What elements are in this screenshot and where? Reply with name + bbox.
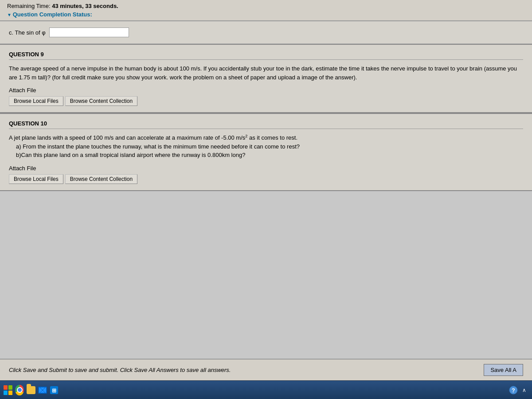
folder-logo bbox=[27, 386, 35, 394]
taskbar: ⊞ ? ∧ bbox=[0, 380, 532, 399]
remaining-time: Remaining Time: 43 minutes, 33 seconds. bbox=[7, 3, 525, 9]
question9-block: QUESTION 9 The average speed of a nerve … bbox=[0, 45, 532, 113]
question10-browse-local-btn[interactable]: Browse Local Files bbox=[9, 174, 63, 184]
timer-label: Remaining Time: bbox=[7, 3, 52, 9]
chrome-taskbar-icon[interactable] bbox=[15, 386, 24, 395]
question9-browse-collection-btn[interactable]: Browse Content Collection bbox=[65, 96, 137, 106]
completion-status[interactable]: Question Completion Status: bbox=[7, 11, 525, 18]
question-tray-icon[interactable]: ? bbox=[509, 386, 518, 395]
chrome-logo bbox=[15, 385, 24, 395]
timer-value: 43 minutes, 33 seconds. bbox=[52, 3, 118, 9]
sin-input[interactable] bbox=[49, 27, 129, 37]
question9-button-row: Browse Local Files Browse Content Collec… bbox=[9, 96, 523, 106]
chevron-symbol: ∧ bbox=[522, 387, 526, 393]
chevron-tray-icon[interactable]: ∧ bbox=[520, 386, 528, 395]
store-logo: ⊞ bbox=[50, 385, 59, 395]
q10-intro: A jet plane lands with a speed of 100 m/… bbox=[9, 134, 245, 141]
top-bar: Remaining Time: 43 minutes, 33 seconds. … bbox=[0, 0, 532, 21]
sin-row: c. The sin of φ bbox=[9, 27, 523, 37]
svg-text:⊞: ⊞ bbox=[52, 387, 56, 393]
q10-sub-a: a) From the instant the plane touches th… bbox=[16, 142, 523, 151]
q10-sub-b: b)Can this plane land on a small tropica… bbox=[16, 151, 523, 160]
mail-logo bbox=[38, 387, 47, 394]
sin-label: c. The sin of φ bbox=[9, 29, 46, 36]
win-pane-blue bbox=[4, 391, 8, 395]
question10-attach-label: Attach File bbox=[9, 165, 523, 172]
question10-browse-collection-btn[interactable]: Browse Content Collection bbox=[65, 174, 137, 184]
q10-suffix: as it comes to rest. bbox=[247, 134, 297, 141]
save-all-button[interactable]: Save All A bbox=[484, 364, 523, 376]
folder-taskbar-icon[interactable] bbox=[27, 386, 35, 395]
question9-text: The average speed of a nerve impulse in … bbox=[9, 64, 523, 82]
bottom-bar: Click Save and Submit to save and submit… bbox=[0, 359, 532, 380]
svg-text:?: ? bbox=[512, 387, 515, 393]
system-tray: ? ∧ bbox=[509, 386, 528, 395]
store-taskbar-icon[interactable]: ⊞ bbox=[50, 386, 59, 395]
question10-text: A jet plane lands with a speed of 100 m/… bbox=[9, 133, 523, 160]
question10-block: QUESTION 10 A jet plane lands with a spe… bbox=[0, 114, 532, 191]
question10-button-row: Browse Local Files Browse Content Collec… bbox=[9, 174, 523, 184]
question10-wrapper: QUESTION 10 A jet plane lands with a spe… bbox=[0, 114, 532, 191]
question10-header: QUESTION 10 bbox=[9, 120, 523, 129]
mail-taskbar-icon[interactable] bbox=[38, 386, 47, 395]
question9-attach-label: Attach File bbox=[9, 87, 523, 94]
question9-wrapper: QUESTION 9 The average speed of a nerve … bbox=[0, 45, 532, 113]
win-pane-green bbox=[8, 385, 12, 390]
question9-header: QUESTION 9 bbox=[9, 51, 523, 60]
win-pane-red bbox=[4, 385, 8, 390]
main-content: c. The sin of φ QUESTION 9 The average s… bbox=[0, 21, 532, 359]
windows-logo bbox=[4, 385, 12, 395]
question9-browse-local-btn[interactable]: Browse Local Files bbox=[9, 96, 63, 106]
bottom-instructions: Click Save and Submit to save and submit… bbox=[9, 367, 231, 373]
win-pane-yellow bbox=[8, 391, 12, 395]
windows-start-icon[interactable] bbox=[4, 386, 12, 395]
question-c-partial: c. The sin of φ bbox=[0, 21, 532, 44]
